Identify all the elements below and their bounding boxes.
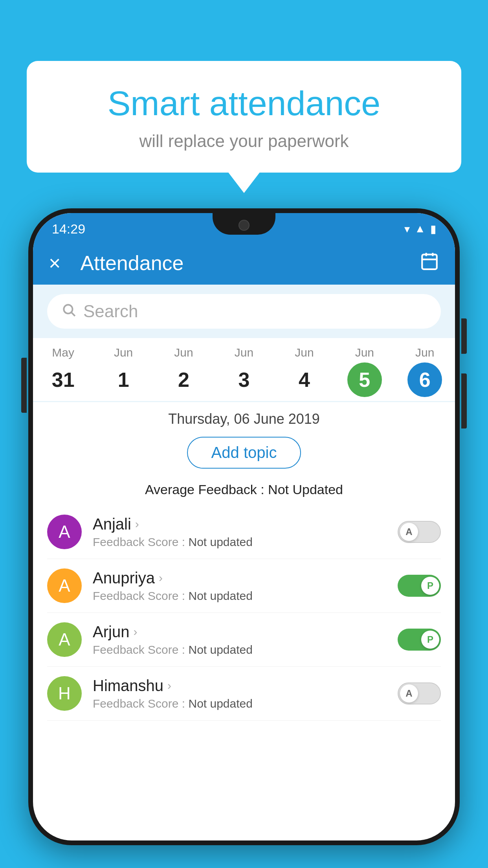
side-button-right-2	[461, 373, 467, 428]
phone-screen: 14:29 ▾ ▲ ▮ × Attendance	[33, 213, 455, 840]
feedback-score: Feedback Score : Not updated	[93, 697, 387, 710]
front-camera	[238, 220, 250, 231]
bubble-title: Smart attendance	[50, 85, 438, 123]
calendar-icon[interactable]	[420, 251, 439, 275]
avatar: H	[47, 676, 82, 711]
student-info: Arjun ›Feedback Score : Not updated	[93, 623, 387, 657]
avg-feedback-value: Not Updated	[268, 482, 343, 497]
avatar: A	[47, 622, 82, 657]
calendar-day[interactable]: Jun6	[395, 346, 455, 397]
calendar-row: May31Jun1Jun2Jun3Jun4Jun5Jun6	[33, 338, 455, 401]
battery-icon: ▮	[430, 223, 436, 235]
svg-point-4	[64, 305, 72, 313]
chevron-right-icon: ›	[159, 571, 163, 585]
day-month: Jun	[174, 346, 193, 359]
student-item[interactable]: HHimanshu ›Feedback Score : Not updatedA	[47, 667, 441, 721]
avg-feedback-label: Average Feedback :	[145, 482, 264, 497]
page-title: Attendance	[80, 251, 408, 275]
student-info: Anupriya ›Feedback Score : Not updated	[93, 569, 387, 603]
phone-notch	[213, 213, 275, 235]
close-button[interactable]: ×	[49, 251, 61, 275]
student-item[interactable]: AAnupriya ›Feedback Score : Not updatedP	[47, 559, 441, 613]
bubble-subtitle: will replace your paperwork	[50, 131, 438, 151]
student-name: Himanshu ›	[93, 677, 387, 695]
student-name: Arjun ›	[93, 623, 387, 641]
speech-bubble: Smart attendance will replace your paper…	[27, 61, 461, 173]
avg-feedback: Average Feedback : Not Updated	[33, 476, 455, 505]
attendance-toggle[interactable]: P	[398, 575, 441, 597]
phone-frame: 14:29 ▾ ▲ ▮ × Attendance	[28, 208, 460, 845]
status-icons: ▾ ▲ ▮	[404, 223, 436, 235]
feedback-score: Feedback Score : Not updated	[93, 589, 387, 603]
wifi-icon: ▾	[404, 223, 410, 235]
student-item[interactable]: AArjun ›Feedback Score : Not updatedP	[47, 613, 441, 667]
avatar: A	[47, 515, 82, 549]
add-topic-button[interactable]: Add topic	[187, 437, 301, 469]
student-name: Anjali ›	[93, 515, 387, 533]
day-number[interactable]: 1	[106, 362, 141, 397]
svg-line-5	[72, 313, 75, 316]
chevron-right-icon: ›	[135, 517, 139, 531]
chevron-right-icon: ›	[167, 679, 171, 692]
day-number[interactable]: 6	[407, 362, 442, 397]
feedback-score: Feedback Score : Not updated	[93, 643, 387, 657]
side-button-right-1	[461, 318, 467, 354]
toggle-knob: A	[400, 523, 418, 541]
day-number[interactable]: 4	[287, 362, 321, 397]
phone-container: 14:29 ▾ ▲ ▮ × Attendance	[28, 208, 460, 868]
student-info: Anjali ›Feedback Score : Not updated	[93, 515, 387, 549]
calendar-day[interactable]: Jun3	[214, 346, 274, 397]
student-list: AAnjali ›Feedback Score : Not updatedAAA…	[33, 505, 455, 721]
day-number[interactable]: 5	[347, 362, 382, 397]
day-month: Jun	[295, 346, 314, 359]
chevron-right-icon: ›	[133, 625, 137, 638]
add-topic-container: Add topic	[33, 434, 455, 476]
calendar-day[interactable]: Jun2	[154, 346, 214, 397]
day-month: Jun	[355, 346, 374, 359]
speech-bubble-container: Smart attendance will replace your paper…	[27, 61, 461, 173]
day-month: Jun	[235, 346, 253, 359]
day-month: May	[52, 346, 74, 359]
attendance-toggle[interactable]: P	[398, 629, 441, 651]
status-time: 14:29	[52, 221, 85, 237]
day-month: Jun	[114, 346, 133, 359]
attendance-toggle[interactable]: A	[398, 521, 441, 543]
feedback-score: Feedback Score : Not updated	[93, 535, 387, 549]
search-icon	[61, 302, 76, 321]
day-number[interactable]: 2	[167, 362, 201, 397]
svg-rect-0	[422, 254, 437, 269]
app-header: × Attendance	[33, 241, 455, 285]
toggle-knob: A	[400, 684, 418, 702]
student-name: Anupriya ›	[93, 569, 387, 587]
student-info: Himanshu ›Feedback Score : Not updated	[93, 677, 387, 710]
search-bar[interactable]: Search	[47, 294, 441, 329]
avatar: A	[47, 568, 82, 603]
search-container: Search	[33, 285, 455, 338]
day-month: Jun	[415, 346, 434, 359]
calendar-day[interactable]: Jun1	[93, 346, 153, 397]
signal-icon: ▲	[415, 223, 426, 235]
calendar-day[interactable]: May31	[33, 346, 93, 397]
toggle-knob: P	[421, 631, 439, 649]
day-number[interactable]: 3	[227, 362, 261, 397]
attendance-toggle[interactable]: A	[398, 682, 441, 704]
calendar-day[interactable]: Jun5	[334, 346, 394, 397]
day-number[interactable]: 31	[46, 362, 81, 397]
side-button-left	[21, 358, 27, 413]
student-item[interactable]: AAnjali ›Feedback Score : Not updatedA	[47, 505, 441, 559]
selected-date-label: Thursday, 06 June 2019	[33, 402, 455, 434]
search-input[interactable]: Search	[83, 302, 138, 321]
calendar-day[interactable]: Jun4	[274, 346, 334, 397]
toggle-knob: P	[421, 577, 439, 595]
